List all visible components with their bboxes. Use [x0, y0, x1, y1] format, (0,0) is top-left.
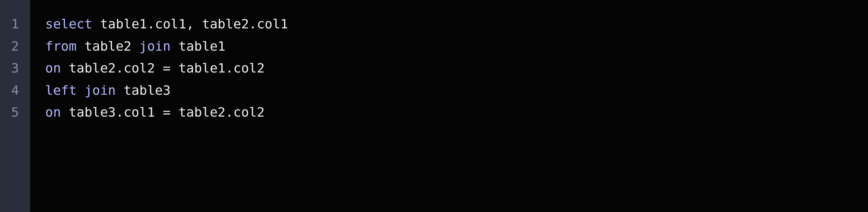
line-number: 2 — [0, 35, 30, 57]
code-editor[interactable]: select table1.col1, table2.col1 from tab… — [30, 0, 868, 212]
code-line[interactable]: on table3.col1 = table2.col2 — [45, 101, 868, 123]
code-line[interactable]: from table2 join table1 — [45, 35, 868, 57]
code-line[interactable]: select table1.col1, table2.col1 — [45, 13, 868, 35]
line-number: 3 — [0, 57, 30, 79]
line-number: 4 — [0, 79, 30, 102]
line-number-gutter: 1 2 3 4 5 — [0, 0, 30, 212]
line-number: 1 — [0, 13, 30, 35]
line-number: 5 — [0, 101, 30, 123]
code-line[interactable]: left join table3 — [45, 79, 868, 102]
code-line[interactable]: on table2.col2 = table1.col2 — [45, 57, 868, 79]
